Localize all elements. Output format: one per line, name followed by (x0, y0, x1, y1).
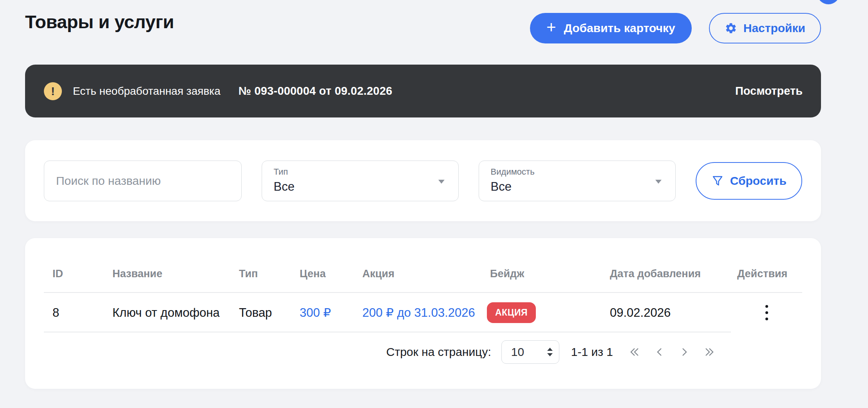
type-select-value: Все (274, 180, 431, 194)
column-header-id: ID (44, 268, 112, 280)
cell-name: Ключ от домофона (112, 306, 239, 320)
column-header-price: Цена (300, 268, 362, 280)
column-header-badge: Бейдж (487, 268, 610, 280)
settings-label: Настройки (743, 22, 805, 35)
topbar-actions: + Добавить карточку Настройки (530, 13, 821, 43)
chevron-down-icon (438, 179, 445, 184)
rows-per-page-value: 10 (511, 345, 524, 359)
last-page-button[interactable] (700, 343, 718, 361)
next-page-button[interactable] (676, 343, 693, 361)
table-header: ID Название Тип Цена Акция Бейдж Дата до… (44, 238, 802, 293)
visibility-select-value: Все (491, 180, 648, 194)
pagination: Строк на страницу: 10 1-1 из 1 (44, 332, 731, 372)
funnel-icon (711, 175, 724, 187)
first-page-button[interactable] (626, 343, 644, 361)
column-header-type: Тип (239, 268, 300, 280)
products-page: Товары и услуги + Добавить карточку Наст… (0, 0, 868, 408)
warning-icon: ! (44, 82, 62, 100)
topbar: Товары и услуги + Добавить карточку Наст… (25, 0, 821, 44)
pagination-range: 1-1 из 1 (571, 345, 613, 359)
chevron-right-icon (678, 345, 691, 359)
alert-content: ! Есть необработанная заявка № 093-00000… (44, 82, 392, 100)
page-title: Товары и услуги (25, 11, 174, 32)
pager-controls (626, 343, 718, 361)
chevrons-left-icon (628, 345, 642, 359)
spinner-arrows-icon (546, 347, 553, 357)
reset-filters-button[interactable]: Сбросить (696, 162, 802, 200)
column-header-actions: Действия (737, 268, 802, 280)
alert-banner: ! Есть необработанная заявка № 093-00000… (25, 65, 821, 117)
column-header-name: Название (112, 268, 239, 280)
add-card-label: Добавить карточку (564, 22, 675, 35)
table-row: 8 Ключ от домофона Товар 300 ₽ 200 ₽ до … (44, 293, 802, 332)
chevrons-right-icon (702, 345, 716, 359)
cell-date-added: 09.02.2026 (610, 306, 737, 320)
cell-badge: АКЦИЯ (487, 302, 610, 323)
cell-actions (737, 300, 802, 325)
kebab-dot (765, 311, 768, 314)
search-input[interactable] (44, 161, 242, 201)
cell-id: 8 (44, 306, 112, 320)
visibility-select-label: Видимость (491, 167, 648, 177)
rows-per-page-label: Строк на страницу: (386, 345, 491, 359)
rows-per-page-select[interactable]: 10 (501, 340, 559, 364)
cell-type: Товар (239, 306, 300, 320)
cell-price-link[interactable]: 300 ₽ (300, 305, 362, 320)
row-actions-menu-button[interactable] (758, 300, 775, 325)
column-header-promo: Акция (362, 268, 487, 280)
filters-card: Тип Все Видимость Все Сбросить (25, 140, 821, 221)
alert-request-ref: № 093-000004 от 09.02.2026 (239, 85, 392, 97)
reset-filters-label: Сбросить (730, 174, 787, 188)
plus-icon: + (546, 19, 556, 36)
column-header-date: Дата добавления (610, 268, 737, 280)
visibility-select[interactable]: Видимость Все (479, 161, 676, 201)
kebab-dot (765, 318, 768, 320)
gear-icon (725, 22, 737, 34)
settings-button[interactable]: Настройки (709, 13, 821, 43)
add-card-button[interactable]: + Добавить карточку (530, 13, 692, 43)
type-select[interactable]: Тип Все (262, 161, 459, 201)
products-table-card: ID Название Тип Цена Акция Бейдж Дата до… (25, 238, 821, 389)
cell-promo-link[interactable]: 200 ₽ до 31.03.2026 (362, 305, 487, 320)
alert-message: Есть необработанная заявка (73, 85, 221, 97)
type-select-label: Тип (274, 167, 431, 177)
promo-badge: АКЦИЯ (487, 302, 536, 323)
chevron-down-icon (655, 179, 662, 184)
view-request-link[interactable]: Посмотреть (735, 85, 803, 97)
kebab-dot (765, 305, 768, 308)
chevron-left-icon (653, 345, 666, 359)
prev-page-button[interactable] (651, 343, 668, 361)
